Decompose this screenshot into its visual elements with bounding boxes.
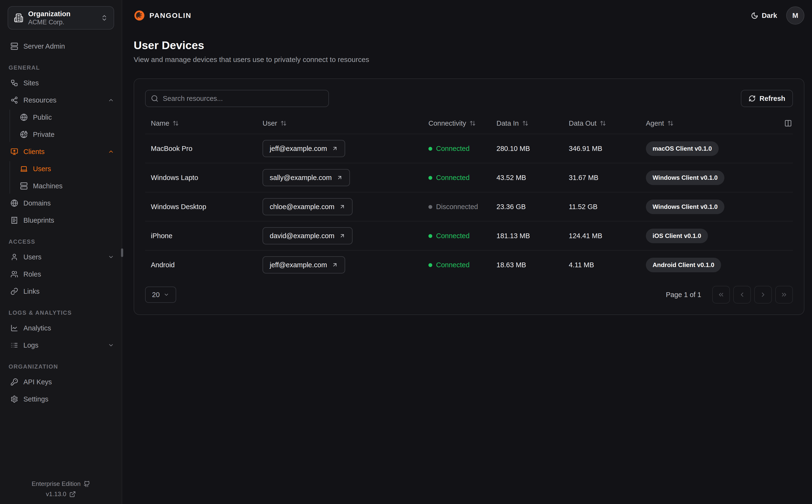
last-page-button[interactable] <box>775 286 793 303</box>
column-visibility-button[interactable] <box>784 119 792 127</box>
sidebar-item-label: Settings <box>23 395 114 403</box>
sidebar-item-clients[interactable]: Clients <box>0 143 122 160</box>
section-label-logs-analytics: LOGS & ANALYTICS <box>0 309 122 316</box>
users-icon <box>10 270 18 278</box>
data-in-value: 23.36 GB <box>496 203 569 211</box>
table-row[interactable]: MacBook Pro jeff@example.com Connected 2… <box>145 134 793 163</box>
sidebar-section-organization: ORGANIZATION API Keys Settings <box>0 363 122 408</box>
org-switcher[interactable]: Organization ACME Corp. <box>8 6 114 30</box>
globe-icon <box>10 199 18 207</box>
sidebar-item-logs[interactable]: Logs <box>0 337 122 354</box>
connectivity-status: Disconnected <box>428 203 478 211</box>
sidebar-item-label: Public <box>33 113 114 121</box>
sidebar-item-api-keys[interactable]: API Keys <box>0 373 122 391</box>
user-icon <box>10 253 18 261</box>
arrow-up-down-icon <box>172 120 179 126</box>
column-label: Connectivity <box>428 119 466 127</box>
gear-icon <box>10 395 18 403</box>
arrow-up-down-icon <box>281 120 287 126</box>
main-content: PANGOLIN Dark M User Devices View and ma… <box>122 0 812 504</box>
user-link-button[interactable]: jeff@example.com <box>263 256 345 273</box>
table-row[interactable]: Windows Desktop chloe@example.com Discon… <box>145 192 793 221</box>
server-icon <box>10 42 18 50</box>
sidebar-item-client-users[interactable]: Users <box>0 160 122 177</box>
column-header-user[interactable]: User <box>263 119 428 127</box>
sidebar-item-users[interactable]: Users <box>0 248 122 266</box>
chevron-down-icon <box>108 254 114 260</box>
sidebar-item-blueprints[interactable]: Blueprints <box>0 212 122 229</box>
sidebar-item-settings[interactable]: Settings <box>0 391 122 408</box>
chevron-down-icon <box>163 292 169 298</box>
laptop-icon <box>20 165 28 173</box>
org-switcher-title: Organization <box>28 10 96 17</box>
sidebar-item-analytics[interactable]: Analytics <box>0 319 122 337</box>
agent-badge: Android Client v0.1.0 <box>646 258 721 272</box>
user-email: chloe@example.com <box>270 203 334 211</box>
first-page-button[interactable] <box>712 286 730 303</box>
column-header-connectivity[interactable]: Connectivity <box>428 119 496 127</box>
data-in-value: 280.10 MB <box>496 145 569 153</box>
column-header-data-in[interactable]: Data In <box>496 119 569 127</box>
table-row[interactable]: Windows Lapto sally@example.com Connecte… <box>145 163 793 192</box>
chevron-up-icon <box>108 97 114 103</box>
status-dot <box>428 176 432 180</box>
device-name: iPhone <box>145 232 263 240</box>
chevron-down-icon <box>108 342 114 348</box>
sidebar-resize-handle[interactable] <box>121 248 123 257</box>
edition-link[interactable]: Enterprise Edition <box>31 480 90 488</box>
avatar[interactable]: M <box>786 6 804 25</box>
sidebar-item-private[interactable]: Private <box>0 126 122 143</box>
sidebar-item-resources[interactable]: Resources <box>0 92 122 109</box>
header-right: Dark M <box>751 6 805 25</box>
user-email: sally@example.com <box>270 174 332 182</box>
column-label: Agent <box>646 119 664 127</box>
arrow-up-right-icon <box>332 145 338 152</box>
status-label: Disconnected <box>436 203 478 211</box>
page-size-value: 20 <box>152 291 160 299</box>
sidebar-item-label: Blueprints <box>23 216 114 224</box>
sidebar-item-domains[interactable]: Domains <box>0 195 122 212</box>
user-link-button[interactable]: sally@example.com <box>263 169 350 186</box>
search-input[interactable] <box>163 95 323 103</box>
page-size-select[interactable]: 20 <box>145 287 176 303</box>
sidebar-item-links[interactable]: Links <box>0 283 122 300</box>
table-header-row: Name User Connectivity Data In Data Out <box>145 113 793 134</box>
refresh-button[interactable]: Refresh <box>741 90 793 107</box>
refresh-label: Refresh <box>760 95 785 103</box>
sidebar-item-server-admin[interactable]: Server Admin <box>0 38 122 55</box>
next-page-button[interactable] <box>754 286 772 303</box>
table-row[interactable]: iPhone david@example.com Connected 181.1… <box>145 221 793 250</box>
previous-page-button[interactable] <box>733 286 751 303</box>
org-switcher-value: ACME Corp. <box>28 19 96 26</box>
page-title: User Devices <box>134 39 804 52</box>
chevron-up-icon <box>108 149 114 155</box>
table-row[interactable]: Android jeff@example.com Connected 18.63… <box>145 250 793 279</box>
user-link-button[interactable]: david@example.com <box>263 227 353 244</box>
data-in-value: 18.63 MB <box>496 261 569 269</box>
sidebar-item-sites[interactable]: Sites <box>0 74 122 92</box>
sidebar-item-label: Links <box>23 288 114 295</box>
column-label: Data Out <box>569 119 596 127</box>
resources-sublist: Public Private <box>0 109 122 143</box>
github-icon <box>83 481 90 487</box>
column-label: User <box>263 119 277 127</box>
column-header-name[interactable]: Name <box>145 119 263 127</box>
arrow-up-down-icon <box>667 120 674 126</box>
arrow-up-right-icon <box>337 175 343 181</box>
data-in-value: 181.13 MB <box>496 232 569 240</box>
user-link-button[interactable]: jeff@example.com <box>263 140 345 157</box>
sidebar-item-public[interactable]: Public <box>0 109 122 126</box>
column-header-data-out[interactable]: Data Out <box>569 119 646 127</box>
version-link[interactable]: v1.13.0 <box>46 490 76 498</box>
column-header-agent[interactable]: Agent <box>646 119 674 127</box>
chevron-left-icon <box>739 291 746 298</box>
sidebar-item-machines[interactable]: Machines <box>0 177 122 195</box>
brand-logo-link[interactable]: PANGOLIN <box>134 10 191 21</box>
sidebar-item-roles[interactable]: Roles <box>0 266 122 283</box>
user-link-button[interactable]: chloe@example.com <box>263 198 353 215</box>
table-toolbar: Refresh <box>145 90 793 107</box>
sidebar-section-access: ACCESS Users Roles Links <box>0 238 122 300</box>
theme-toggle[interactable]: Dark <box>751 12 777 20</box>
sidebar-item-label: Domains <box>23 199 114 207</box>
sidebar-item-label: Clients <box>23 148 103 156</box>
